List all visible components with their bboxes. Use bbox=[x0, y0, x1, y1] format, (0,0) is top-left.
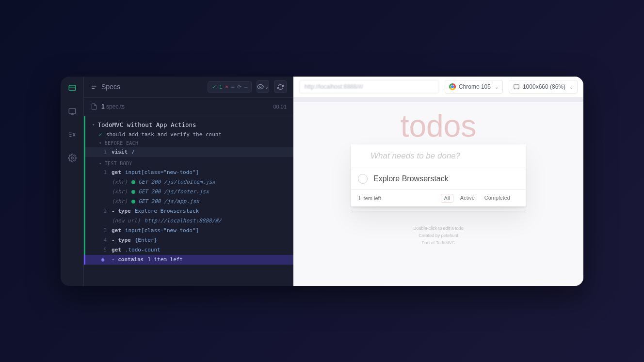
spec-file-num: 1 bbox=[101, 103, 105, 110]
new-url: http://localhost:8888/#/ bbox=[145, 218, 222, 224]
status-dot-icon bbox=[131, 190, 135, 194]
command-row[interactable]: 3 get input[class="new-todo"] bbox=[84, 226, 293, 236]
test-row[interactable]: ✓ should add task and verify the count bbox=[84, 130, 293, 139]
aut-viewport: todos Explore Browserstack 1 item left A… bbox=[293, 98, 583, 286]
cmd-num: 5 bbox=[99, 247, 107, 253]
browser-selector[interactable]: Chrome 105 ⌄ bbox=[445, 80, 503, 94]
xhr-label: (xhr) bbox=[112, 189, 128, 195]
command-row[interactable]: 1 visit / bbox=[84, 147, 293, 157]
cmd-arg: {Enter} bbox=[135, 237, 157, 243]
info-line: Part of TodoMVC bbox=[413, 239, 464, 247]
caret-down-icon: ▾ bbox=[99, 161, 102, 166]
test-body-section[interactable]: ▾ TEST BODY bbox=[84, 157, 293, 168]
new-todo-input[interactable] bbox=[351, 144, 526, 168]
viewport-label: 1000x660 (86%) bbox=[523, 83, 565, 90]
todo-count: 1 item left bbox=[358, 195, 381, 201]
suite-row[interactable]: ▾ TodoMVC without App Actions bbox=[84, 116, 293, 130]
svg-rect-1 bbox=[69, 109, 76, 114]
test-name: should add task and verify the count bbox=[106, 131, 222, 138]
before-each-section[interactable]: ▾ BEFORE EACH bbox=[84, 139, 293, 147]
chevron-down-icon: ⌄ bbox=[569, 84, 573, 90]
command-log: ▾ TodoMVC without App Actions ✓ should a… bbox=[84, 116, 293, 286]
newurl-label: (new url) bbox=[112, 218, 141, 224]
filter-completed[interactable]: Completed bbox=[482, 194, 513, 203]
command-row[interactable]: 5 get .todo-count bbox=[84, 245, 293, 255]
eye-toggle-button[interactable]: ⌄ bbox=[257, 80, 269, 93]
section-label: TEST BODY bbox=[105, 161, 132, 166]
todos-heading: todos bbox=[401, 110, 477, 142]
filter-all[interactable]: All bbox=[441, 194, 453, 203]
viewport-selector[interactable]: 1000x660 (86%) ⌄ bbox=[509, 80, 578, 94]
todoapp: Explore Browserstack 1 item left All Act… bbox=[351, 144, 526, 206]
todo-item-text: Explore Browserstack bbox=[373, 174, 449, 183]
cypress-window: Specs ✓ 1 × – ⟳ – ⌄ 1 spec.ts 00:01 bbox=[61, 77, 583, 286]
todo-checkbox[interactable] bbox=[358, 174, 368, 184]
pin-icon: ◉ bbox=[99, 256, 107, 263]
section-label: BEFORE EACH bbox=[105, 141, 139, 146]
todo-filters: All Active Completed bbox=[441, 194, 513, 203]
xhr-label: (xhr) bbox=[112, 198, 128, 205]
cmd-name: - contains bbox=[112, 256, 144, 263]
caret-down-icon: ▾ bbox=[92, 122, 95, 127]
aut-header: http://localhost:8888/#/ Chrome 105 ⌄ 10… bbox=[293, 77, 583, 98]
browser-label: Chrome 105 bbox=[459, 83, 491, 90]
sidebar-runs-icon[interactable] bbox=[66, 106, 78, 117]
reporter-header: Specs ✓ 1 × – ⟳ – ⌄ bbox=[84, 77, 293, 98]
cmd-name: - type bbox=[112, 237, 131, 243]
command-row[interactable]: 2 - type Explore Browserstack bbox=[84, 206, 293, 216]
url-text: http://localhost:8888/#/ bbox=[305, 83, 363, 90]
todo-footer: 1 item left All Active Completed bbox=[351, 190, 526, 206]
cmd-name: visit bbox=[112, 149, 128, 155]
cmd-num: 1 bbox=[99, 149, 107, 155]
sidebar-settings-icon[interactable] bbox=[66, 152, 78, 164]
sidebar-debug-icon[interactable] bbox=[66, 129, 78, 141]
cmd-name: get bbox=[112, 169, 121, 175]
xhr-label: (xhr) bbox=[112, 179, 128, 185]
command-row[interactable]: 4 - type {Enter} bbox=[84, 236, 293, 245]
cmd-num: 1 bbox=[99, 169, 107, 175]
todo-info: Double-click to edit a todo Created by p… bbox=[413, 225, 464, 247]
svg-rect-4 bbox=[514, 85, 519, 88]
specs-title-text: Specs bbox=[101, 83, 120, 91]
specs-title: Specs bbox=[91, 83, 203, 91]
loading-icon: ⟳ bbox=[237, 84, 242, 90]
cmd-num: 3 bbox=[99, 227, 107, 234]
new-url-row[interactable]: (new url) http://localhost:8888/#/ bbox=[84, 216, 293, 226]
pass-check-icon: ✓ bbox=[212, 84, 216, 90]
spec-duration: 00:01 bbox=[273, 104, 287, 110]
xhr-row[interactable]: (xhr) GET 200 /js/todoItem.jsx bbox=[84, 177, 293, 187]
suite-name: TodoMVC without App Actions bbox=[97, 121, 196, 128]
test-stats-pill: ✓ 1 × – ⟳ – bbox=[208, 81, 252, 93]
cmd-arg: Explore Browserstack bbox=[135, 208, 199, 214]
status-dot-icon bbox=[131, 180, 135, 184]
check-icon: ✓ bbox=[99, 131, 102, 138]
restart-button[interactable] bbox=[274, 80, 287, 93]
chrome-icon bbox=[449, 83, 456, 90]
cmd-arg: input[class="new-todo"] bbox=[125, 169, 199, 175]
fail-icon: × bbox=[225, 84, 228, 90]
cmd-num: 4 bbox=[99, 237, 107, 243]
svg-point-3 bbox=[259, 86, 261, 88]
cmd-arg: input[class="new-todo"] bbox=[125, 227, 199, 234]
filter-active[interactable]: Active bbox=[457, 194, 478, 203]
xhr-row[interactable]: (xhr) GET 200 /js/app.jsx bbox=[84, 197, 293, 206]
status-dot-icon bbox=[131, 200, 135, 204]
cmd-name: - type bbox=[112, 208, 131, 214]
xhr-row[interactable]: (xhr) GET 200 /js/footer.jsx bbox=[84, 187, 293, 197]
sidebar-specs-icon[interactable] bbox=[66, 82, 78, 94]
aut-panel: http://localhost:8888/#/ Chrome 105 ⌄ 10… bbox=[293, 77, 583, 286]
url-bar[interactable]: http://localhost:8888/#/ bbox=[299, 80, 439, 94]
command-row-pinned[interactable]: ◉ - contains 1 item left bbox=[84, 255, 293, 265]
spec-file-row[interactable]: 1 spec.ts 00:01 bbox=[84, 98, 293, 116]
cmd-arg: 1 item left bbox=[147, 256, 183, 263]
cmd-num: 2 bbox=[99, 208, 107, 214]
command-row[interactable]: 1 get input[class="new-todo"] bbox=[84, 168, 293, 177]
info-line: Double-click to edit a todo bbox=[413, 225, 464, 232]
reporter-panel: Specs ✓ 1 × – ⟳ – ⌄ 1 spec.ts 00:01 bbox=[84, 77, 293, 286]
svg-rect-0 bbox=[69, 85, 76, 91]
spec-file-ext: spec.ts bbox=[106, 103, 125, 110]
todo-item[interactable]: Explore Browserstack bbox=[351, 168, 526, 190]
info-line: Created by petehunt bbox=[413, 232, 464, 239]
cmd-name: get bbox=[112, 247, 121, 253]
cmd-arg: .todo-count bbox=[125, 247, 161, 253]
